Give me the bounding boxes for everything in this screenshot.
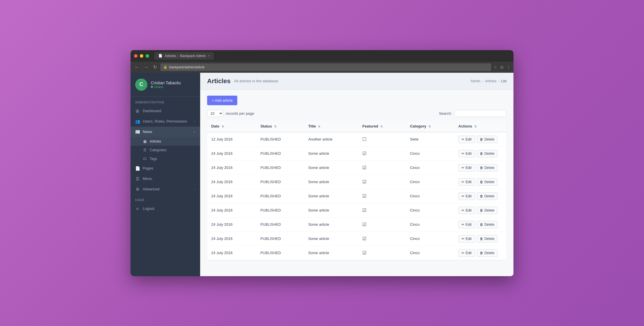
search-input[interactable] xyxy=(454,110,506,117)
th-actions[interactable]: Actions ⇅ xyxy=(454,121,506,132)
sidebar-item-dashboard[interactable]: ⊞ Dashboard xyxy=(131,106,200,116)
sidebar-subitem-articles[interactable]: ▦ Articles xyxy=(131,137,200,146)
page-title: Articles xyxy=(207,77,231,85)
cell-status: PUBLISHED xyxy=(256,232,304,246)
delete-icon: 🗑 xyxy=(480,208,483,212)
sidebar-item-menu[interactable]: ☰ Menu xyxy=(131,174,200,184)
minimize-traffic-light[interactable] xyxy=(140,54,143,58)
sidebar-item-logout[interactable]: ⎋ Logout xyxy=(131,203,200,214)
breadcrumb-articles[interactable]: Articles xyxy=(485,79,496,83)
edit-button[interactable]: ✏ Edit xyxy=(458,249,475,257)
tab-close-button[interactable]: × xyxy=(208,54,210,57)
delete-icon: 🗑 xyxy=(480,251,483,255)
articles-table: Date ⇅ Status ⇅ Title ⇅ Featured ⇅ xyxy=(207,121,506,260)
edit-icon: ✏ xyxy=(462,251,464,255)
delete-button[interactable]: 🗑 Delete xyxy=(477,221,498,228)
breadcrumb-sep-2: › xyxy=(498,79,499,83)
sidebar-item-menu-label: Menu xyxy=(143,176,196,181)
delete-button[interactable]: 🗑 Delete xyxy=(477,178,498,186)
breadcrumb-admin[interactable]: Admin xyxy=(471,79,480,83)
table-row: 24 July 2016 PUBLISHED Some article ☑ Ci… xyxy=(207,175,506,189)
cell-title: Some article xyxy=(304,246,358,260)
edit-button[interactable]: ✏ Edit xyxy=(458,136,475,143)
tab-favicon: 📄 xyxy=(158,54,162,58)
cell-category: Cinco xyxy=(406,161,454,175)
records-per-page-select[interactable]: 10 25 50 100 xyxy=(207,110,223,117)
back-button[interactable]: ← xyxy=(133,64,140,70)
table-row: 24 July 2016 PUBLISHED Some article ☑ Ci… xyxy=(207,246,506,260)
th-title[interactable]: Title ⇅ xyxy=(304,121,358,132)
delete-button[interactable]: 🗑 Delete xyxy=(477,136,498,143)
articles-icon: ▦ xyxy=(143,139,147,143)
sidebar-item-news[interactable]: 📰 News ∨ xyxy=(131,127,200,137)
forward-button[interactable]: → xyxy=(143,64,150,70)
sidebar-subitem-tags[interactable]: 🏷 Tags xyxy=(131,154,200,163)
cell-title: Some article xyxy=(304,189,358,203)
edit-button[interactable]: ✏ Edit xyxy=(458,221,475,228)
th-category[interactable]: Category ⇅ xyxy=(406,121,454,132)
sidebar-item-pages[interactable]: 📄 Pages xyxy=(131,163,200,174)
cell-status: PUBLISHED xyxy=(256,175,304,189)
edit-icon: ✏ xyxy=(462,237,464,241)
cell-actions: ✏ Edit 🗑 Delete xyxy=(454,146,506,161)
cell-status: PUBLISHED xyxy=(256,246,304,260)
close-traffic-light[interactable] xyxy=(134,54,138,58)
toolbar-actions: ☆ ⊙ ⋮ xyxy=(493,65,511,70)
edit-button[interactable]: ✏ Edit xyxy=(458,207,475,214)
cell-category: Cinco xyxy=(406,146,454,161)
edit-button[interactable]: ✏ Edit xyxy=(458,164,475,172)
delete-button[interactable]: 🗑 Delete xyxy=(477,192,498,200)
maximize-traffic-light[interactable] xyxy=(146,54,149,58)
cell-actions: ✏ Edit 🗑 Delete xyxy=(454,161,506,175)
edit-button[interactable]: ✏ Edit xyxy=(458,235,475,243)
sort-featured-icon: ⇅ xyxy=(380,125,383,128)
table-row: 24 July 2016 PUBLISHED Some article ☑ Ci… xyxy=(207,232,506,246)
edit-button[interactable]: ✏ Edit xyxy=(458,178,475,186)
table-row: 24 July 2016 PUBLISHED Some article ☑ Ci… xyxy=(207,189,506,203)
th-date[interactable]: Date ⇅ xyxy=(207,121,256,132)
delete-button[interactable]: 🗑 Delete xyxy=(477,249,498,257)
edit-button[interactable]: ✏ Edit xyxy=(458,192,475,200)
cell-date: 24 July 2016 xyxy=(207,175,256,189)
cell-date: 24 July 2016 xyxy=(207,232,256,246)
user-info: Cristian Tabacitu Online xyxy=(151,81,196,89)
refresh-button[interactable]: ↻ xyxy=(152,64,158,70)
cell-date: 12 July 2016 xyxy=(207,132,256,147)
tab-title: Articles :: Backpack Admin xyxy=(165,54,206,58)
delete-button[interactable]: 🗑 Delete xyxy=(477,164,498,172)
active-tab[interactable]: 📄 Articles :: Backpack Admin × xyxy=(154,52,214,60)
sidebar-item-advanced[interactable]: ⚙ Advanced › xyxy=(131,184,200,194)
cell-category: Cinco xyxy=(406,246,454,260)
th-status[interactable]: Status ⇅ xyxy=(256,121,304,132)
edit-button[interactable]: ✏ Edit xyxy=(458,150,475,157)
search-area: Search: xyxy=(439,110,506,117)
status-indicator xyxy=(151,86,153,88)
delete-button[interactable]: 🗑 Delete xyxy=(477,150,498,157)
cell-category: Siete xyxy=(406,132,454,147)
cell-date: 24 July 2016 xyxy=(207,189,256,203)
cell-actions: ✏ Edit 🗑 Delete xyxy=(454,232,506,246)
delete-icon: 🗑 xyxy=(480,180,483,184)
sidebar-subitem-categories[interactable]: ☰ Categories xyxy=(131,146,200,154)
breadcrumb: Admin › Articles › List xyxy=(471,79,506,83)
sidebar-item-users[interactable]: 👥 Users, Roles, Permissions › xyxy=(131,116,200,127)
cell-category: Cinco xyxy=(406,203,454,217)
menu-icon[interactable]: ⋮ xyxy=(506,65,511,70)
history-icon[interactable]: ⊙ xyxy=(500,65,504,70)
sidebar-item-news-label: News xyxy=(143,130,190,134)
cell-category: Cinco xyxy=(406,217,454,232)
main-content: Articles All articles in the database. A… xyxy=(200,73,513,276)
bookmark-icon[interactable]: ☆ xyxy=(493,65,497,70)
delete-button[interactable]: 🗑 Delete xyxy=(477,235,498,243)
cell-actions: ✏ Edit 🗑 Delete xyxy=(454,189,506,203)
th-featured[interactable]: Featured ⇅ xyxy=(358,121,406,132)
cell-featured: ☑ xyxy=(358,246,406,260)
delete-icon: 🗑 xyxy=(480,194,483,198)
table-controls: 10 25 50 100 records per page Search: xyxy=(207,110,506,117)
delete-button[interactable]: 🗑 Delete xyxy=(477,207,498,214)
cell-title: Some article xyxy=(304,203,358,217)
add-article-button[interactable]: + Add article xyxy=(207,96,237,105)
address-bar[interactable]: 🔒 backpack/admin/article xyxy=(160,63,491,71)
menu-sidebar-icon: ☰ xyxy=(135,176,140,181)
sort-category-icon: ⇅ xyxy=(428,125,431,128)
